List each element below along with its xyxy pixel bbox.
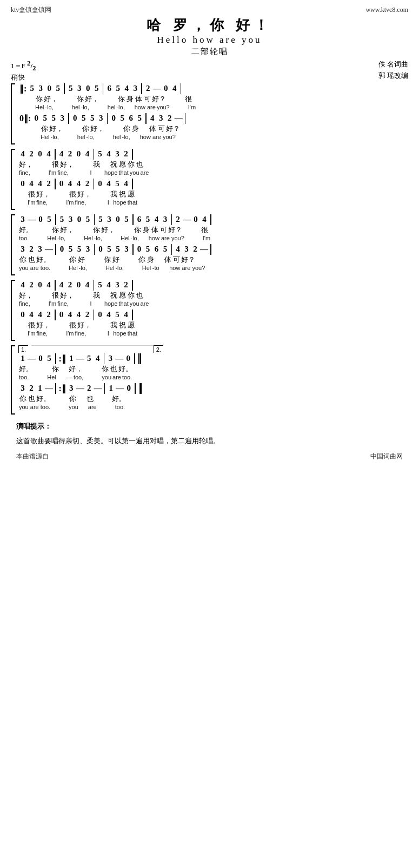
v1-line1-notes: ‖: 5 3 0 5 5 3 0 5 6 5 4 3 2 <box>18 83 408 94</box>
title-section: 哈 罗，你 好！ Hello how are you 二部轮唱 <box>11 16 408 57</box>
volta-row-1: 1. 2. <box>18 345 408 353</box>
v1-line4-english: fine, I'm fine, I hope that you are <box>18 300 408 307</box>
repeat-start-2: 0‖: <box>19 113 31 123</box>
bracket-4 <box>11 280 17 341</box>
v1-line5-lyrics: 好。 你 好， 你 也 好。 <box>18 364 408 374</box>
v1-line5-english: too. Hel — too, you are too. <box>18 374 408 380</box>
left-bracket-4 <box>11 280 15 341</box>
v2-line4-notes: 0 4 4 2 0 4 4 2 0 4 5 4 <box>18 310 408 320</box>
v2-line1-english: Hel -lo, hel -lo, hel -lo, how are you? <box>18 134 408 140</box>
tempo-label: 稍快 <box>11 73 36 82</box>
arranger: 郭 瑶改编 <box>378 70 408 82</box>
footer-source: 本曲谱源自 中国词曲网 <box>11 452 408 461</box>
final-barline <box>138 353 142 364</box>
v2-line3-lyrics: 你 也 好。 你 好 你 好 你 身 体 可 好？ <box>18 255 408 265</box>
section-5: 1. 2. 1 — 0 5 :‖ 1 — 5 4 3 — 0 <box>11 345 408 415</box>
v1-line5-notes: 1 — 0 5 :‖ 1 — 5 4 3 — 0 <box>18 353 408 364</box>
left-bracket-3 <box>11 214 15 275</box>
left-bracket-5 <box>11 345 15 415</box>
v1-line1-english: Hel -lo, hel -lo, hel -lo, how are you? … <box>18 104 408 110</box>
v1-line2-english: fine, I'm fine, I hope that you are <box>18 169 408 176</box>
top-bar: ktv盒镇盒镇网 www.ktvc8.com <box>11 5 408 15</box>
v2-line4-lyrics: 很 好， 很 好， 我 祝 愿 <box>18 320 408 330</box>
v1-line2-lyrics: 好， 很 好， 我 祝 愿 你 也 <box>18 160 408 169</box>
v1-line3-notes: 3 — 0 5 5 3 0 5 5 3 0 5 6 5 4 3 2 <box>18 214 408 225</box>
v2-line5-english: you are too. you are too. <box>18 404 408 410</box>
hint-text: 这首歌曲要唱得亲切、柔美。可以第一遍用对唱，第二遍用轮唱。 <box>16 435 403 447</box>
bracket-3 <box>11 214 17 275</box>
volta-2: 2. <box>154 345 163 353</box>
repeat-end-2: :‖ <box>59 383 66 393</box>
bracket-2 <box>11 149 17 210</box>
v1-line3-english: too. Hel -lo, Hel -lo, Hel -lo, how are … <box>18 235 408 241</box>
left-bracket <box>11 83 15 144</box>
footer-hint: 演唱提示： 这首歌曲要唱得亲切、柔美。可以第一遍用对唱，第二遍用轮唱。 <box>11 420 408 448</box>
section-3: 3 — 0 5 5 3 0 5 5 3 0 5 6 5 4 3 2 <box>11 214 408 275</box>
v2-line1-lyrics: 你 好， 你 好， 你 身 体 可 好？ <box>18 124 408 134</box>
repeat-start: ‖: <box>19 83 26 94</box>
hint-title: 演唱提示： <box>16 420 403 432</box>
v2-line2-lyrics: 很 好， 很 好， 我 祝 愿 <box>18 189 408 199</box>
v1-line2-notes: 4 2 0 4 4 2 0 4 5 4 3 2 <box>18 149 408 160</box>
key-label: 1＝F <box>11 62 25 70</box>
repeat-end: :‖ <box>59 353 66 364</box>
site-left: ktv盒镇盒镇网 <box>11 5 51 15</box>
v1-line4-lyrics: 好， 很 好， 我 祝 愿 你 也 <box>18 291 408 300</box>
source-left: 本曲谱源自 <box>16 452 49 461</box>
section-1: ‖: 5 3 0 5 5 3 0 5 6 5 4 3 2 <box>11 83 408 144</box>
main-title: 哈 罗，你 好！ <box>11 16 408 35</box>
v2-line5-lyrics: 你 也 好。 你 也 好。 <box>18 394 408 404</box>
bracket-5 <box>11 345 17 415</box>
v2-line2-english: I'm fine, I'm fine, I hope that <box>18 199 408 206</box>
page: ktv盒镇盒镇网 www.ktvc8.com 哈 罗，你 好！ Hello ho… <box>0 0 419 472</box>
v2-line4-english: I'm fine, I'm fine, I hope that <box>18 330 408 337</box>
section-4-content: 4 2 0 4 4 2 0 4 5 4 3 2 好， 很 <box>18 280 408 341</box>
v1-line1-lyrics: 你 好， 你 好， 你 身 体 可 好？ 很 <box>18 94 408 104</box>
v2-line1-notes: 0‖: 0 5 5 3 0 5 5 3 0 5 6 5 4 <box>18 113 408 124</box>
v2-line3-english: you are too. Hel -lo, Hel -lo, Hel -to h… <box>18 265 408 271</box>
section-2: 4 2 0 4 4 2 0 4 5 4 3 2 好， <box>11 149 408 210</box>
section-5-content: 1. 2. 1 — 0 5 :‖ 1 — 5 4 3 — 0 <box>18 345 408 415</box>
meta-left: 1＝F 2/2 稍快 <box>11 59 36 82</box>
final-barline-2 <box>138 383 142 394</box>
v2-line5-notes: 3 2 1 — :‖ 3 — 2 — 1 — 0 <box>18 383 408 394</box>
left-bracket-2 <box>11 149 15 210</box>
key-time: 1＝F 2/2 <box>11 59 36 73</box>
v2-line3-notes: 3 2 3 — 0 5 5 3 0 5 5 3 0 5 6 5 4 <box>18 244 408 255</box>
volta-1: 1. <box>18 345 28 353</box>
v2-line2-notes: 0 4 4 2 0 4 4 2 0 4 5 4 <box>18 179 408 189</box>
v1-line3-lyrics: 好。 你 好， 你 好， 你 身 体 可 好？ 很 <box>18 225 408 235</box>
section-1-content: ‖: 5 3 0 5 5 3 0 5 6 5 4 3 2 <box>18 83 408 144</box>
source-right: 中国词曲网 <box>370 452 403 461</box>
v1-line4-notes: 4 2 0 4 4 2 0 4 5 4 3 2 <box>18 280 408 291</box>
site-right: www.ktvc8.com <box>365 6 408 14</box>
subtitle-chinese: 二部轮唱 <box>11 47 408 57</box>
bracket-1 <box>11 83 17 144</box>
section-3-content: 3 — 0 5 5 3 0 5 5 3 0 5 6 5 4 3 2 <box>18 214 408 275</box>
section-4: 4 2 0 4 4 2 0 4 5 4 3 2 好， 很 <box>11 280 408 341</box>
subtitle-english: Hello how are you <box>11 35 408 45</box>
meta-right: 佚 名词曲 郭 瑶改编 <box>378 59 408 82</box>
section-2-content: 4 2 0 4 4 2 0 4 5 4 3 2 好， <box>18 149 408 210</box>
composer: 佚 名词曲 <box>378 59 408 70</box>
meta-row: 1＝F 2/2 稍快 佚 名词曲 郭 瑶改编 <box>11 59 408 82</box>
